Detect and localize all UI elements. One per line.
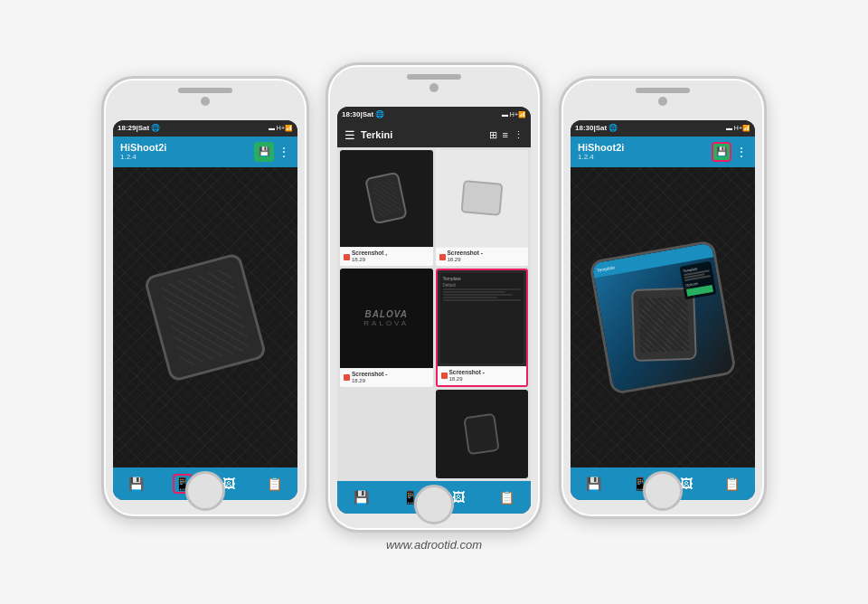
app-header-titles-right: HiShoot2i 1.2.4 xyxy=(578,142,624,161)
phone-right: 18:30|Sat 🌐 ▬ H+📶 HiShoot2i 1.2.4 💾 ⋮ xyxy=(559,76,767,519)
grid-item-6[interactable] xyxy=(436,390,529,478)
result-side-panel: Template Options xyxy=(680,260,717,299)
phone-camera-right xyxy=(658,97,667,106)
main-container: 18:29|Sat 🌐 ▬ H+📶 HiShoot2i 1.2.4 💾 ⋮ xyxy=(0,53,868,533)
grid-footer-3: Screenshot - 18.29 xyxy=(340,368,433,387)
dots-btn-left[interactable]: ⋮ xyxy=(278,146,290,158)
mini-phone-dark xyxy=(364,172,408,225)
terkini-grid: Screenshot , 18.29 xyxy=(337,147,531,481)
dots-btn-right[interactable]: ⋮ xyxy=(735,146,748,158)
content-area-right: Template Template xyxy=(571,167,755,467)
list-view-icon[interactable]: ≡ xyxy=(503,129,508,140)
status-bar-mid: 18:30|Sat 🌐 ▬ H+📶 xyxy=(337,107,531,123)
status-time-left: 18:29|Sat 🌐 xyxy=(118,124,160,132)
balova-sub-text: RALOVA xyxy=(363,319,409,327)
footer-url: www.adrootid.com xyxy=(386,538,482,552)
balova-brand-text: BALOVA xyxy=(363,309,409,319)
app-header-right-icons: 💾 ⋮ xyxy=(712,142,748,162)
phone-home-mid[interactable] xyxy=(414,485,454,524)
status-time-mid: 18:30|Sat 🌐 xyxy=(342,110,384,118)
phone-speaker-right xyxy=(636,88,690,93)
nav-save-right[interactable]: 💾 xyxy=(584,474,604,494)
mid-dots-btn[interactable]: ⋮ xyxy=(514,129,524,141)
grid-item-3[interactable]: BALOVA RALOVA Screenshot - 18.29 xyxy=(340,269,433,387)
template-preview: Template Default xyxy=(440,273,524,363)
red-dot-3 xyxy=(344,374,350,381)
app-title-right: HiShoot2i xyxy=(578,142,624,153)
phone-screen-left: 18:29|Sat 🌐 ▬ H+📶 HiShoot2i 1.2.4 💾 ⋮ xyxy=(113,120,297,500)
grid-label-4: Screenshot - 18.29 xyxy=(449,369,485,383)
nav-template-mid[interactable]: 📋 xyxy=(496,487,516,507)
grid-label-3: Screenshot - 18.29 xyxy=(352,371,387,385)
phone-camera-mid xyxy=(429,83,439,92)
result-phone-screen: Template Template xyxy=(592,242,734,392)
red-dot-1 xyxy=(344,254,350,260)
template-label: Template xyxy=(443,276,522,281)
app-title-left: HiShoot2i xyxy=(120,142,166,153)
content-area-left xyxy=(113,167,297,467)
result-inner-screen xyxy=(638,296,689,352)
save-icon-btn-right[interactable]: 💾 xyxy=(712,142,731,162)
result-screen-body: Template Options xyxy=(594,257,733,392)
template-line-1 xyxy=(443,288,522,290)
device-screen-left xyxy=(160,267,250,367)
grid-layout: Screenshot , 18.29 xyxy=(337,147,531,481)
app-header-right-phone: HiShoot2i 1.2.4 💾 ⋮ xyxy=(571,137,755,167)
status-icons-left: ▬ H+📶 xyxy=(269,125,293,132)
device-mockup-left xyxy=(143,251,267,382)
grid-img-6 xyxy=(436,390,529,478)
hamburger-icon[interactable]: ☰ xyxy=(344,128,355,142)
phone-left: 18:29|Sat 🌐 ▬ H+📶 HiShoot2i 1.2.4 💾 ⋮ xyxy=(101,76,309,519)
nav-save-mid[interactable]: 💾 xyxy=(352,487,372,507)
grid-item-1[interactable]: Screenshot , 18.29 xyxy=(340,150,433,267)
balova-wrapper: BALOVA RALOVA xyxy=(363,309,409,327)
status-time-right: 18:30|Sat 🌐 xyxy=(575,124,618,132)
save-icon-btn-left[interactable]: 💾 xyxy=(254,142,274,162)
grid-item-4[interactable]: Template Default xyxy=(436,269,529,387)
grid-item-5[interactable] xyxy=(340,390,433,478)
app-header-right-left: 💾 ⋮ xyxy=(254,142,290,162)
result-phone-mockup: Template Template xyxy=(589,239,737,394)
app-header-left: HiShoot2i 1.2.4 💾 ⋮ xyxy=(113,137,297,167)
template-line-2 xyxy=(443,291,505,293)
nav-save-left[interactable]: 💾 xyxy=(127,474,146,494)
grid-img-4: Template Default xyxy=(438,270,527,366)
phone-home-right[interactable] xyxy=(643,471,683,511)
grid-img-3: BALOVA RALOVA xyxy=(340,269,433,368)
nav-template-right[interactable]: 📋 xyxy=(722,474,742,494)
grid-img-5 xyxy=(340,390,433,478)
grid-view-icon[interactable]: ⊞ xyxy=(489,129,497,141)
app-header-titles-left: HiShoot2i 1.2.4 xyxy=(120,142,166,161)
phone-screen-mid: 18:30|Sat 🌐 ▬ H+📶 ☰ Terkini ⊞ ≡ ⋮ xyxy=(337,107,531,514)
terkini-header: ☰ Terkini ⊞ ≡ ⋮ xyxy=(337,123,531,147)
red-dot-2 xyxy=(439,254,446,260)
phone-home-left[interactable] xyxy=(185,471,225,511)
template-line-3 xyxy=(443,294,514,296)
status-bar-left: 18:29|Sat 🌐 ▬ H+📶 xyxy=(113,120,297,137)
nav-template-left[interactable]: 📋 xyxy=(265,474,285,494)
grid-img-2 xyxy=(436,150,529,248)
phone-mid: 18:30|Sat 🌐 ▬ H+📶 ☰ Terkini ⊞ ≡ ⋮ xyxy=(326,62,542,533)
mini-phone-light xyxy=(460,180,503,216)
status-bar-right: 18:30|Sat 🌐 ▬ H+📶 xyxy=(571,120,755,137)
template-default: Default xyxy=(443,283,522,288)
grid-footer-2: Screenshot - 18.29 xyxy=(436,247,529,266)
mini-screen-dark xyxy=(372,179,401,218)
terkini-title: Terkini xyxy=(361,129,484,140)
grid-item-2[interactable]: Screenshot - 18.29 xyxy=(436,150,529,267)
app-subtitle-left: 1.2.4 xyxy=(120,153,166,161)
grid-label-1: Screenshot , 18.29 xyxy=(352,250,387,264)
template-line-4 xyxy=(443,297,498,298)
balova-content: BALOVA RALOVA xyxy=(340,269,433,368)
phone-screen-right: 18:30|Sat 🌐 ▬ H+📶 HiShoot2i 1.2.4 💾 ⋮ xyxy=(571,120,755,500)
phone-speaker-left xyxy=(178,88,232,93)
status-icons-right: ▬ H+📶 xyxy=(726,125,750,132)
status-icons-mid: ▬ H+📶 xyxy=(502,111,526,118)
app-subtitle-right: 1.2.4 xyxy=(578,153,624,161)
result-header-text: Template xyxy=(596,264,615,272)
grid-label-2: Screenshot - 18.29 xyxy=(448,250,483,264)
phone-camera-left xyxy=(201,97,210,106)
mini-phone-6 xyxy=(463,413,500,455)
template-line-5 xyxy=(443,299,522,301)
grid-footer-4: Screenshot - 18.29 xyxy=(438,366,527,385)
